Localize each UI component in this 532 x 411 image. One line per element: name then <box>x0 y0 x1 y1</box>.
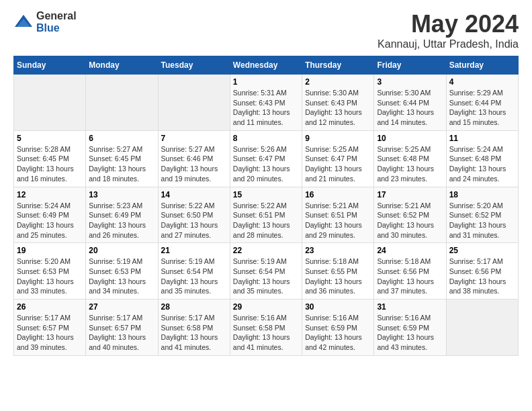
day-info: Sunrise: 5:19 AM Sunset: 6:54 PM Dayligh… <box>161 257 227 296</box>
table-row: 15Sunrise: 5:22 AM Sunset: 6:51 PM Dayli… <box>230 187 302 243</box>
subtitle: Kannauj, Uttar Pradesh, India <box>378 38 519 50</box>
table-row: 18Sunrise: 5:20 AM Sunset: 6:52 PM Dayli… <box>446 187 518 243</box>
day-number: 19 <box>17 246 83 255</box>
day-info: Sunrise: 5:17 AM Sunset: 6:57 PM Dayligh… <box>17 313 83 353</box>
day-info: Sunrise: 5:20 AM Sunset: 6:52 PM Dayligh… <box>449 201 515 240</box>
day-number: 24 <box>377 246 443 255</box>
table-row: 26Sunrise: 5:17 AM Sunset: 6:57 PM Dayli… <box>14 300 86 356</box>
day-info: Sunrise: 5:30 AM Sunset: 6:44 PM Dayligh… <box>377 88 443 128</box>
col-sunday: Sunday <box>14 56 86 75</box>
day-number: 3 <box>377 77 443 87</box>
table-row: 25Sunrise: 5:17 AM Sunset: 6:56 PM Dayli… <box>446 243 518 300</box>
day-number: 14 <box>161 190 227 199</box>
table-row <box>446 300 518 356</box>
table-row: 4Sunrise: 5:29 AM Sunset: 6:44 PM Daylig… <box>446 75 518 131</box>
day-info: Sunrise: 5:25 AM Sunset: 6:47 PM Dayligh… <box>305 144 371 184</box>
day-info: Sunrise: 5:16 AM Sunset: 6:59 PM Dayligh… <box>377 313 443 353</box>
day-info: Sunrise: 5:27 AM Sunset: 6:46 PM Dayligh… <box>161 144 227 184</box>
day-info: Sunrise: 5:21 AM Sunset: 6:51 PM Dayligh… <box>305 201 371 240</box>
day-number: 2 <box>305 77 371 87</box>
day-number: 12 <box>17 190 83 199</box>
table-row: 12Sunrise: 5:24 AM Sunset: 6:49 PM Dayli… <box>14 187 86 243</box>
table-row: 29Sunrise: 5:16 AM Sunset: 6:58 PM Dayli… <box>230 300 302 356</box>
day-info: Sunrise: 5:31 AM Sunset: 6:43 PM Dayligh… <box>233 88 299 128</box>
col-tuesday: Tuesday <box>158 56 230 75</box>
day-number: 31 <box>377 302 443 312</box>
day-number: 15 <box>233 190 299 199</box>
table-row: 6Sunrise: 5:27 AM Sunset: 6:45 PM Daylig… <box>86 130 158 187</box>
day-number: 18 <box>449 190 515 199</box>
day-number: 9 <box>305 134 371 143</box>
day-number: 8 <box>233 134 299 143</box>
table-row: 23Sunrise: 5:18 AM Sunset: 6:55 PM Dayli… <box>302 243 374 300</box>
day-info: Sunrise: 5:19 AM Sunset: 6:53 PM Dayligh… <box>89 257 154 296</box>
day-number: 21 <box>161 246 227 255</box>
day-number: 28 <box>161 302 227 312</box>
table-row: 3Sunrise: 5:30 AM Sunset: 6:44 PM Daylig… <box>374 75 446 131</box>
day-info: Sunrise: 5:16 AM Sunset: 6:59 PM Dayligh… <box>305 313 371 353</box>
day-info: Sunrise: 5:21 AM Sunset: 6:52 PM Dayligh… <box>377 201 443 240</box>
logo-icon <box>13 13 34 30</box>
table-row: 2Sunrise: 5:30 AM Sunset: 6:43 PM Daylig… <box>302 75 374 131</box>
page-container: General Blue May 2024 Kannauj, Uttar Pra… <box>0 0 532 363</box>
day-info: Sunrise: 5:22 AM Sunset: 6:51 PM Dayligh… <box>233 201 299 240</box>
col-monday: Monday <box>86 56 158 75</box>
day-number: 16 <box>305 190 371 199</box>
header-row: Sunday Monday Tuesday Wednesday Thursday… <box>14 56 519 75</box>
logo: General Blue <box>13 10 77 34</box>
day-number: 13 <box>89 190 154 199</box>
day-info: Sunrise: 5:29 AM Sunset: 6:44 PM Dayligh… <box>449 88 515 128</box>
day-number: 7 <box>161 134 227 143</box>
col-thursday: Thursday <box>302 56 374 75</box>
table-row: 9Sunrise: 5:25 AM Sunset: 6:47 PM Daylig… <box>302 130 374 187</box>
table-row: 27Sunrise: 5:17 AM Sunset: 6:57 PM Dayli… <box>86 300 158 356</box>
table-row: 28Sunrise: 5:17 AM Sunset: 6:58 PM Dayli… <box>158 300 230 356</box>
day-info: Sunrise: 5:30 AM Sunset: 6:43 PM Dayligh… <box>305 88 371 128</box>
table-row: 7Sunrise: 5:27 AM Sunset: 6:46 PM Daylig… <box>158 130 230 187</box>
day-info: Sunrise: 5:19 AM Sunset: 6:54 PM Dayligh… <box>233 257 299 296</box>
day-info: Sunrise: 5:18 AM Sunset: 6:55 PM Dayligh… <box>305 257 371 296</box>
table-row: 16Sunrise: 5:21 AM Sunset: 6:51 PM Dayli… <box>302 187 374 243</box>
day-info: Sunrise: 5:24 AM Sunset: 6:49 PM Dayligh… <box>17 201 83 240</box>
day-number: 17 <box>377 190 443 199</box>
table-row: 30Sunrise: 5:16 AM Sunset: 6:59 PM Dayli… <box>302 300 374 356</box>
calendar-table: Sunday Monday Tuesday Wednesday Thursday… <box>13 56 519 356</box>
day-info: Sunrise: 5:17 AM Sunset: 6:58 PM Dayligh… <box>161 313 227 353</box>
main-title: May 2024 <box>378 10 519 38</box>
day-number: 10 <box>377 134 443 143</box>
day-info: Sunrise: 5:25 AM Sunset: 6:48 PM Dayligh… <box>377 144 443 184</box>
day-info: Sunrise: 5:22 AM Sunset: 6:50 PM Dayligh… <box>161 201 227 240</box>
day-number: 22 <box>233 246 299 255</box>
day-number: 5 <box>17 134 83 143</box>
day-number: 29 <box>233 302 299 312</box>
table-row: 1Sunrise: 5:31 AM Sunset: 6:43 PM Daylig… <box>230 75 302 131</box>
day-info: Sunrise: 5:17 AM Sunset: 6:57 PM Dayligh… <box>89 313 154 353</box>
table-row: 5Sunrise: 5:28 AM Sunset: 6:45 PM Daylig… <box>14 130 86 187</box>
table-row <box>14 75 86 131</box>
col-saturday: Saturday <box>446 56 518 75</box>
day-info: Sunrise: 5:24 AM Sunset: 6:48 PM Dayligh… <box>449 144 515 184</box>
day-number: 23 <box>305 246 371 255</box>
day-info: Sunrise: 5:26 AM Sunset: 6:47 PM Dayligh… <box>233 144 299 184</box>
logo-text: General Blue <box>36 10 77 34</box>
day-info: Sunrise: 5:27 AM Sunset: 6:45 PM Dayligh… <box>89 144 154 184</box>
header: General Blue May 2024 Kannauj, Uttar Pra… <box>13 10 519 50</box>
day-number: 6 <box>89 134 154 143</box>
table-row: 14Sunrise: 5:22 AM Sunset: 6:50 PM Dayli… <box>158 187 230 243</box>
day-info: Sunrise: 5:16 AM Sunset: 6:58 PM Dayligh… <box>233 313 299 353</box>
table-row: 24Sunrise: 5:18 AM Sunset: 6:56 PM Dayli… <box>374 243 446 300</box>
table-row <box>86 75 158 131</box>
logo-general: General <box>36 10 77 22</box>
day-number: 25 <box>449 246 515 255</box>
title-section: May 2024 Kannauj, Uttar Pradesh, India <box>378 10 519 50</box>
day-info: Sunrise: 5:17 AM Sunset: 6:56 PM Dayligh… <box>449 257 515 296</box>
table-row: 21Sunrise: 5:19 AM Sunset: 6:54 PM Dayli… <box>158 243 230 300</box>
day-number: 20 <box>89 246 154 255</box>
day-info: Sunrise: 5:18 AM Sunset: 6:56 PM Dayligh… <box>377 257 443 296</box>
logo-blue: Blue <box>36 22 77 34</box>
day-number: 30 <box>305 302 371 312</box>
day-number: 1 <box>233 77 299 87</box>
day-number: 11 <box>449 134 515 143</box>
table-row: 11Sunrise: 5:24 AM Sunset: 6:48 PM Dayli… <box>446 130 518 187</box>
table-row: 10Sunrise: 5:25 AM Sunset: 6:48 PM Dayli… <box>374 130 446 187</box>
